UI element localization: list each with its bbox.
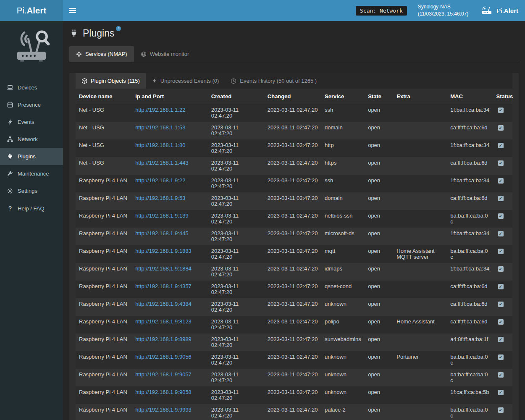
- state-cell: open: [365, 386, 393, 404]
- table-row: Raspberry Pi 4 LANhttp://192.168.1.9:445…: [76, 228, 512, 245]
- ip-port-link[interactable]: http://192.168.1.9:1883: [135, 248, 192, 254]
- tab-website-monitor[interactable]: Website monitor: [134, 46, 196, 62]
- page-title: Plugins ?: [70, 27, 518, 39]
- sidebar-item-events[interactable]: Events: [0, 113, 63, 131]
- table-row: Raspberry Pi 4 LANhttp://192.168.1.9:898…: [76, 333, 512, 351]
- status-checkbox[interactable]: ✓: [498, 284, 504, 289]
- sidebar-item-plugins[interactable]: Plugins: [0, 148, 63, 165]
- created-cell: 2023-03-11 02:47:20: [208, 122, 264, 139]
- status-checkbox[interactable]: ✓: [498, 372, 504, 378]
- ip-port-cell: http://192.168.1.9:8989: [132, 333, 208, 351]
- brand-logo[interactable]: Pi.Alert: [0, 0, 63, 21]
- service-cell: ssh: [321, 175, 365, 192]
- ip-port-link[interactable]: http://192.168.1.9:9057: [135, 371, 192, 378]
- app-badge[interactable]: Pi.Alert: [481, 6, 518, 15]
- sidebar-item-network[interactable]: Network: [0, 131, 63, 148]
- sidebar-item-presence[interactable]: Presence: [0, 96, 63, 113]
- sidebar-item-maintenance[interactable]: Maintenance: [0, 165, 63, 182]
- service-cell: domain: [321, 192, 365, 210]
- status-checkbox[interactable]: ✓: [498, 231, 504, 236]
- ip-port-cell: http://192.168.1.1:53: [132, 122, 208, 139]
- bolt-icon: [152, 78, 157, 84]
- help-badge-icon[interactable]: ?: [116, 26, 121, 31]
- ip-port-link[interactable]: http://192.168.1.9:9058: [135, 389, 192, 395]
- service-cell: palace-2: [321, 404, 365, 420]
- sidebar-item-help[interactable]: ? Help / FAQ: [0, 200, 63, 217]
- subtab-label: Events History (50 out of 1265 ): [240, 78, 317, 84]
- state-cell: open: [365, 404, 393, 420]
- status-checkbox[interactable]: ✓: [498, 125, 504, 131]
- pialert-router-magnifier-logo: [8, 27, 55, 67]
- status-checkbox[interactable]: ✓: [498, 302, 504, 307]
- status-checkbox[interactable]: ✓: [498, 249, 504, 254]
- ip-port-link[interactable]: http://192.168.1.9:4384: [135, 301, 192, 307]
- fan-icon: [76, 51, 82, 57]
- ip-port-link[interactable]: http://192.168.1.9:4357: [135, 283, 192, 289]
- status-checkbox[interactable]: ✓: [498, 160, 504, 166]
- device-name-cell: Raspberry Pi 4 LAN: [76, 175, 132, 192]
- ip-port-link[interactable]: http://192.168.1.1:443: [135, 160, 189, 166]
- ip-port-link[interactable]: http://192.168.1.1:80: [135, 142, 185, 148]
- table-row: Raspberry Pi 4 LANhttp://192.168.1.9:999…: [76, 404, 512, 420]
- sidebar-toggle-button[interactable]: [63, 0, 82, 21]
- status-checkbox[interactable]: ✓: [498, 354, 504, 360]
- extra-cell: [393, 122, 447, 139]
- subtab-unprocessed-events[interactable]: Unprocessed Events (0): [146, 73, 225, 89]
- ip-port-link[interactable]: http://192.168.1.9:9993: [135, 407, 192, 413]
- ip-port-link[interactable]: http://192.168.1.9:1884: [135, 265, 192, 272]
- table-row: Raspberry Pi 4 LANhttp://192.168.1.9:812…: [76, 316, 512, 333]
- state-cell: open: [365, 316, 393, 333]
- status-cell: ✓: [493, 175, 512, 192]
- sidebar-item-settings[interactable]: Settings: [0, 182, 63, 200]
- status-checkbox[interactable]: ✓: [498, 337, 504, 342]
- ip-port-cell: http://192.168.1.9:139: [132, 210, 208, 228]
- device-name-cell: Raspberry Pi 4 LAN: [76, 298, 132, 316]
- tab-services-nmap[interactable]: Services (NMAP): [69, 46, 134, 62]
- status-checkbox[interactable]: ✓: [498, 407, 504, 413]
- status-checkbox[interactable]: ✓: [498, 143, 504, 148]
- plugins-panel: Plugin Objects (115) Unprocessed Events …: [69, 73, 519, 420]
- state-cell: open: [365, 175, 393, 192]
- sidebar-item-devices[interactable]: Devices: [0, 79, 63, 96]
- ip-port-link[interactable]: http://192.168.1.9:22: [135, 177, 185, 184]
- ip-port-link[interactable]: http://192.168.1.9:445: [135, 230, 189, 236]
- changed-cell: 2023-03-11 02:47:20: [264, 104, 321, 122]
- extra-cell: [393, 333, 447, 351]
- subtab-events-history[interactable]: Events History (50 out of 1265 ): [225, 73, 323, 89]
- status-checkbox[interactable]: ✓: [498, 319, 504, 325]
- host-timestamp: (11/03/2023, 15:46:07): [418, 10, 469, 18]
- sidebar-item-label: Help / FAQ: [18, 205, 45, 212]
- col-changed: Changed: [264, 89, 321, 104]
- scan-status-badge: Scan: Network: [356, 6, 407, 16]
- col-ip-and-port: Ip and Port: [132, 89, 208, 104]
- changed-cell: 2023-03-11 02:47:20: [264, 175, 321, 192]
- status-checkbox[interactable]: ✓: [498, 213, 504, 219]
- col-status: Status: [493, 89, 512, 104]
- brand-prefix: Pi.: [17, 6, 27, 16]
- gear-icon: [7, 188, 13, 194]
- service-cell: polipo: [321, 316, 365, 333]
- status-checkbox[interactable]: ✓: [498, 266, 504, 272]
- status-checkbox[interactable]: ✓: [498, 178, 504, 184]
- ip-port-link[interactable]: http://192.168.1.9:8989: [135, 336, 192, 342]
- col-extra: Extra: [393, 89, 447, 104]
- status-cell: ✓: [493, 104, 512, 122]
- status-checkbox[interactable]: ✓: [498, 108, 504, 113]
- mac-cell: ca:ff:ff:ca:ba:6d: [447, 157, 493, 175]
- ip-port-link[interactable]: http://192.168.1.9:9056: [135, 354, 192, 360]
- status-checkbox[interactable]: ✓: [498, 390, 504, 395]
- table-header-row: Device name Ip and Port Created Changed …: [76, 89, 512, 104]
- sidebar-item-label: Maintenance: [18, 171, 49, 177]
- status-cell: ✓: [493, 122, 512, 139]
- ip-port-link[interactable]: http://192.168.1.9:53: [135, 195, 185, 201]
- plugin-objects-tbody: Net - USGhttp://192.168.1.1:222023-03-11…: [76, 104, 512, 420]
- sidebar: Devices Presence Events Network Plugins …: [0, 21, 63, 420]
- ip-port-link[interactable]: http://192.168.1.1:53: [135, 124, 185, 131]
- state-cell: open: [365, 369, 393, 386]
- ip-port-link[interactable]: http://192.168.1.9:139: [135, 213, 189, 219]
- ip-port-link[interactable]: http://192.168.1.9:8123: [135, 318, 192, 325]
- status-checkbox[interactable]: ✓: [498, 196, 504, 201]
- subtab-plugin-objects[interactable]: Plugin Objects (115): [76, 73, 146, 89]
- brand-name: Alert: [27, 6, 47, 16]
- ip-port-link[interactable]: http://192.168.1.1:22: [135, 107, 185, 113]
